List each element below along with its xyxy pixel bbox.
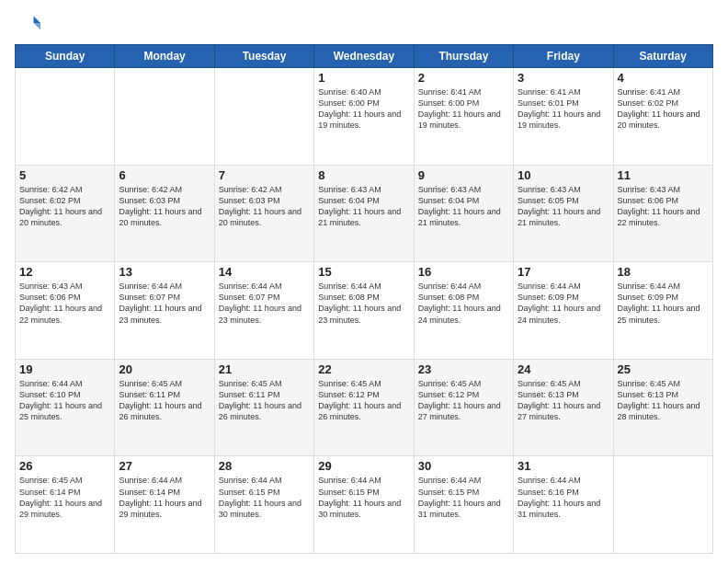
day-number: 31 — [518, 459, 609, 473]
day-number: 24 — [518, 362, 609, 376]
weekday-header-row: SundayMondayTuesdayWednesdayThursdayFrid… — [16, 45, 713, 68]
calendar-cell: 7Sunrise: 6:42 AM Sunset: 6:03 PM Daylig… — [214, 165, 313, 262]
day-number: 7 — [219, 168, 310, 182]
day-info: Sunrise: 6:45 AM Sunset: 6:13 PM Dayligh… — [518, 378, 609, 423]
day-number: 2 — [418, 71, 509, 85]
calendar-cell: 22Sunrise: 6:45 AM Sunset: 6:12 PM Dayli… — [314, 359, 414, 456]
day-info: Sunrise: 6:42 AM Sunset: 6:02 PM Dayligh… — [19, 184, 110, 229]
weekday-header-thursday: Thursday — [414, 45, 513, 68]
day-info: Sunrise: 6:44 AM Sunset: 6:10 PM Dayligh… — [19, 378, 110, 423]
calendar-cell: 27Sunrise: 6:44 AM Sunset: 6:14 PM Dayli… — [115, 456, 214, 554]
day-info: Sunrise: 6:44 AM Sunset: 6:09 PM Dayligh… — [518, 281, 609, 326]
day-number: 3 — [518, 71, 609, 85]
day-number: 8 — [318, 168, 409, 182]
weekday-header-tuesday: Tuesday — [214, 45, 313, 68]
day-info: Sunrise: 6:41 AM Sunset: 6:02 PM Dayligh… — [618, 86, 709, 132]
calendar-cell: 23Sunrise: 6:45 AM Sunset: 6:12 PM Dayli… — [414, 359, 513, 456]
day-number: 22 — [318, 362, 409, 376]
day-number: 29 — [318, 459, 409, 473]
calendar-cell: 5Sunrise: 6:42 AM Sunset: 6:02 PM Daylig… — [16, 165, 115, 262]
day-info: Sunrise: 6:44 AM Sunset: 6:09 PM Dayligh… — [618, 281, 709, 326]
day-info: Sunrise: 6:44 AM Sunset: 6:15 PM Dayligh… — [219, 475, 310, 520]
day-info: Sunrise: 6:41 AM Sunset: 6:01 PM Dayligh… — [518, 86, 609, 132]
day-info: Sunrise: 6:44 AM Sunset: 6:16 PM Dayligh… — [518, 475, 609, 520]
day-info: Sunrise: 6:44 AM Sunset: 6:15 PM Dayligh… — [418, 475, 509, 520]
day-info: Sunrise: 6:44 AM Sunset: 6:08 PM Dayligh… — [318, 281, 409, 326]
day-number: 30 — [418, 459, 509, 473]
day-info: Sunrise: 6:45 AM Sunset: 6:12 PM Dayligh… — [418, 378, 509, 423]
day-number: 13 — [119, 265, 210, 279]
calendar-cell: 13Sunrise: 6:44 AM Sunset: 6:07 PM Dayli… — [115, 262, 214, 360]
day-info: Sunrise: 6:43 AM Sunset: 6:04 PM Dayligh… — [418, 184, 509, 229]
calendar-cell: 15Sunrise: 6:44 AM Sunset: 6:08 PM Dayli… — [314, 262, 414, 360]
weekday-header-wednesday: Wednesday — [314, 45, 414, 68]
calendar-cell: 18Sunrise: 6:44 AM Sunset: 6:09 PM Dayli… — [613, 262, 712, 360]
day-info: Sunrise: 6:40 AM Sunset: 6:00 PM Dayligh… — [318, 86, 409, 132]
day-info: Sunrise: 6:43 AM Sunset: 6:06 PM Dayligh… — [19, 281, 110, 326]
calendar-cell: 3Sunrise: 6:41 AM Sunset: 6:01 PM Daylig… — [514, 68, 613, 166]
calendar-cell: 25Sunrise: 6:45 AM Sunset: 6:13 PM Dayli… — [613, 359, 712, 456]
day-info: Sunrise: 6:44 AM Sunset: 6:08 PM Dayligh… — [418, 281, 509, 326]
week-row-1: 5Sunrise: 6:42 AM Sunset: 6:02 PM Daylig… — [16, 165, 713, 262]
calendar-cell: 11Sunrise: 6:43 AM Sunset: 6:06 PM Dayli… — [613, 165, 712, 262]
calendar-cell: 20Sunrise: 6:45 AM Sunset: 6:11 PM Dayli… — [115, 359, 214, 456]
calendar-cell: 19Sunrise: 6:44 AM Sunset: 6:10 PM Dayli… — [16, 359, 115, 456]
day-info: Sunrise: 6:44 AM Sunset: 6:07 PM Dayligh… — [219, 281, 310, 326]
day-number: 15 — [318, 265, 409, 279]
day-info: Sunrise: 6:42 AM Sunset: 6:03 PM Dayligh… — [219, 184, 310, 229]
day-number: 19 — [19, 362, 110, 376]
header — [15, 11, 713, 37]
calendar-cell: 10Sunrise: 6:43 AM Sunset: 6:05 PM Dayli… — [514, 165, 613, 262]
logo — [15, 11, 44, 37]
calendar-cell: 12Sunrise: 6:43 AM Sunset: 6:06 PM Dayli… — [16, 262, 115, 360]
day-info: Sunrise: 6:41 AM Sunset: 6:00 PM Dayligh… — [418, 86, 509, 132]
calendar-cell — [115, 68, 214, 166]
calendar-cell: 24Sunrise: 6:45 AM Sunset: 6:13 PM Dayli… — [514, 359, 613, 456]
calendar-cell: 6Sunrise: 6:42 AM Sunset: 6:03 PM Daylig… — [115, 165, 214, 262]
calendar-cell: 14Sunrise: 6:44 AM Sunset: 6:07 PM Dayli… — [214, 262, 313, 360]
week-row-2: 12Sunrise: 6:43 AM Sunset: 6:06 PM Dayli… — [16, 262, 713, 360]
calendar-cell: 29Sunrise: 6:44 AM Sunset: 6:15 PM Dayli… — [314, 456, 414, 554]
weekday-header-monday: Monday — [115, 45, 214, 68]
calendar-cell: 16Sunrise: 6:44 AM Sunset: 6:08 PM Dayli… — [414, 262, 513, 360]
week-row-3: 19Sunrise: 6:44 AM Sunset: 6:10 PM Dayli… — [16, 359, 713, 456]
day-info: Sunrise: 6:45 AM Sunset: 6:13 PM Dayligh… — [618, 378, 709, 423]
week-row-0: 1Sunrise: 6:40 AM Sunset: 6:00 PM Daylig… — [16, 68, 713, 166]
day-number: 23 — [418, 362, 509, 376]
calendar-cell: 4Sunrise: 6:41 AM Sunset: 6:02 PM Daylig… — [613, 68, 712, 166]
day-info: Sunrise: 6:43 AM Sunset: 6:04 PM Dayligh… — [318, 184, 409, 229]
day-number: 26 — [19, 459, 110, 473]
calendar-cell: 9Sunrise: 6:43 AM Sunset: 6:04 PM Daylig… — [414, 165, 513, 262]
calendar-cell — [16, 68, 115, 166]
day-number: 4 — [618, 71, 709, 85]
calendar-cell: 21Sunrise: 6:45 AM Sunset: 6:11 PM Dayli… — [214, 359, 313, 456]
day-number: 11 — [618, 168, 709, 182]
day-info: Sunrise: 6:45 AM Sunset: 6:11 PM Dayligh… — [119, 378, 210, 423]
logo-icon — [15, 11, 40, 37]
calendar-cell: 28Sunrise: 6:44 AM Sunset: 6:15 PM Dayli… — [214, 456, 313, 554]
day-number: 17 — [518, 265, 609, 279]
weekday-header-friday: Friday — [514, 45, 613, 68]
svg-marker-0 — [34, 17, 40, 23]
calendar-table: SundayMondayTuesdayWednesdayThursdayFrid… — [15, 44, 713, 554]
day-number: 16 — [418, 265, 509, 279]
calendar-cell: 31Sunrise: 6:44 AM Sunset: 6:16 PM Dayli… — [514, 456, 613, 554]
day-info: Sunrise: 6:42 AM Sunset: 6:03 PM Dayligh… — [119, 184, 210, 229]
day-info: Sunrise: 6:43 AM Sunset: 6:06 PM Dayligh… — [618, 184, 709, 229]
day-number: 20 — [119, 362, 210, 376]
calendar-cell: 8Sunrise: 6:43 AM Sunset: 6:04 PM Daylig… — [314, 165, 414, 262]
day-info: Sunrise: 6:45 AM Sunset: 6:12 PM Dayligh… — [318, 378, 409, 423]
calendar-cell — [214, 68, 313, 166]
day-number: 10 — [518, 168, 609, 182]
day-number: 5 — [19, 168, 110, 182]
calendar-cell: 30Sunrise: 6:44 AM Sunset: 6:15 PM Dayli… — [414, 456, 513, 554]
day-number: 28 — [219, 459, 310, 473]
day-number: 1 — [318, 71, 409, 85]
day-number: 14 — [219, 265, 310, 279]
page: SundayMondayTuesdayWednesdayThursdayFrid… — [0, 0, 728, 563]
day-number: 6 — [119, 168, 210, 182]
day-number: 12 — [19, 265, 110, 279]
weekday-header-sunday: Sunday — [16, 45, 115, 68]
calendar-cell: 17Sunrise: 6:44 AM Sunset: 6:09 PM Dayli… — [514, 262, 613, 360]
day-info: Sunrise: 6:44 AM Sunset: 6:15 PM Dayligh… — [318, 475, 409, 520]
